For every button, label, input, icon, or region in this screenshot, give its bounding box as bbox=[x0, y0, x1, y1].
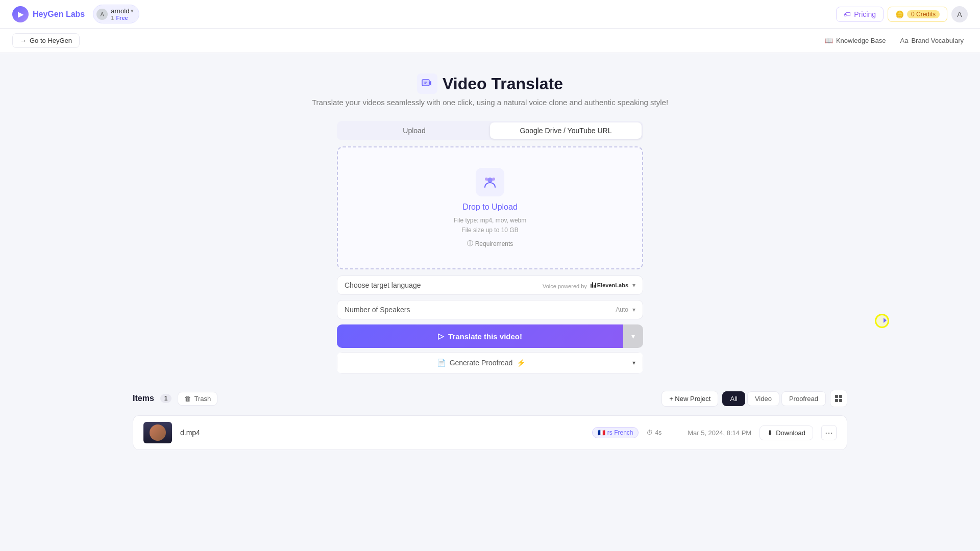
page-title-area: Video Translate Translate your videos se… bbox=[12, 73, 968, 107]
play-icon: ▷ bbox=[438, 332, 444, 341]
credits-button[interactable]: 🪙 0 Credits bbox=[888, 7, 947, 22]
main-content: Video Translate Translate your videos se… bbox=[0, 53, 980, 470]
proofread-btn-row: 📄 Generate Proofread ⚡ ▾ bbox=[337, 352, 643, 373]
grid-view-button[interactable] bbox=[830, 390, 847, 407]
proofread-chevron-button[interactable]: ▾ bbox=[625, 352, 643, 373]
arrow-right-icon: → bbox=[20, 37, 27, 44]
nav-right: 🏷 Pricing 🪙 0 Credits A bbox=[836, 6, 968, 22]
svg-rect-7 bbox=[835, 399, 838, 402]
clock-icon: ⏱ bbox=[647, 429, 653, 436]
free-badge: Free bbox=[116, 15, 128, 21]
user-avatar-btn[interactable]: A bbox=[951, 6, 968, 22]
secondary-nav: → Go to HeyGen 📖 Knowledge Base Aa Brand… bbox=[0, 29, 980, 53]
top-nav: ▶ HeyGen Labs A arnold ▾ 1 Free 🏷 bbox=[0, 0, 980, 29]
user-avatar: A bbox=[96, 9, 108, 20]
go-to-heygen-button[interactable]: → Go to HeyGen bbox=[12, 33, 80, 48]
page-title: Video Translate bbox=[12, 73, 968, 94]
svg-rect-0 bbox=[422, 80, 429, 86]
table-row: d.mp4 🇫🇷 rs French ⏱ 4s Mar 5, 2024, 8:1… bbox=[133, 416, 847, 449]
nav-left: ▶ HeyGen Labs A arnold ▾ 1 Free bbox=[12, 5, 139, 23]
filter-all-button[interactable]: All bbox=[722, 391, 745, 406]
user-badge[interactable]: A arnold ▾ 1 Free bbox=[93, 5, 139, 23]
items-section: Items 1 🗑 Trash + New Project All Video … bbox=[133, 390, 847, 450]
book-icon: 📖 bbox=[825, 37, 833, 44]
drop-title: Drop to Upload bbox=[348, 203, 632, 212]
brand-vocabulary-link[interactable]: Aa Brand Vocabulary bbox=[896, 35, 968, 46]
svg-rect-8 bbox=[839, 399, 842, 402]
proofread-button[interactable]: 📄 Generate Proofread ⚡ bbox=[337, 352, 625, 373]
doc-icon: 📄 bbox=[437, 359, 446, 367]
language-chevron-icon: ▾ bbox=[632, 282, 635, 289]
svg-rect-6 bbox=[839, 395, 842, 398]
type-icon: Aa bbox=[900, 37, 908, 44]
drop-zone[interactable]: Drop to Upload File type: mp4, mov, webm… bbox=[337, 146, 643, 269]
logo-icon: ▶ bbox=[12, 6, 29, 22]
svg-rect-5 bbox=[835, 395, 838, 398]
filter-proofread-button[interactable]: Proofread bbox=[781, 391, 826, 406]
items-count: 1 bbox=[160, 394, 172, 403]
svg-point-4 bbox=[485, 178, 488, 181]
file-list: d.mp4 🇫🇷 rs French ⏱ 4s Mar 5, 2024, 8:1… bbox=[133, 415, 847, 450]
tab-google-drive[interactable]: Google Drive / YouTube URL bbox=[490, 122, 642, 139]
items-left: Items 1 🗑 Trash bbox=[133, 392, 217, 406]
items-title: Items bbox=[133, 394, 154, 403]
language-flag: 🇫🇷 bbox=[598, 429, 605, 436]
knowledge-base-link[interactable]: 📖 Knowledge Base bbox=[821, 35, 890, 46]
info-icon: ⓘ bbox=[467, 239, 473, 248]
translate-chevron-button[interactable]: ▾ bbox=[623, 324, 643, 348]
upload-person-icon bbox=[476, 168, 504, 196]
items-right: + New Project All Video Proofread bbox=[662, 390, 847, 407]
language-selector[interactable]: Choose target language Voice powered by … bbox=[337, 276, 643, 295]
credits-icon: 🪙 bbox=[895, 10, 904, 18]
file-language-badge: 🇫🇷 rs French bbox=[592, 427, 639, 438]
translate-btn-row: ▷ Translate this video! ▾ bbox=[337, 324, 643, 348]
trash-button[interactable]: 🗑 Trash bbox=[178, 392, 217, 406]
logo-area: ▶ HeyGen Labs bbox=[12, 6, 85, 22]
language-label: Choose target language bbox=[345, 281, 421, 289]
file-duration: ⏱ 4s bbox=[647, 429, 662, 436]
file-thumbnail bbox=[143, 422, 172, 443]
speakers-label: Number of Speakers bbox=[345, 306, 410, 314]
user-name: arnold bbox=[111, 7, 129, 15]
tab-upload[interactable]: Upload bbox=[338, 122, 490, 139]
action-buttons: ▷ Translate this video! ▾ 📄 Generate Pro… bbox=[337, 324, 643, 373]
download-button[interactable]: ⬇ Download bbox=[760, 425, 813, 440]
voice-powered-label: Voice powered by ElevenLabs bbox=[543, 282, 628, 289]
file-name: d.mp4 bbox=[180, 429, 584, 437]
video-translate-icon bbox=[417, 73, 437, 94]
requirements-link[interactable]: ⓘ Requirements bbox=[467, 239, 513, 248]
download-icon: ⬇ bbox=[767, 429, 773, 437]
pricing-button[interactable]: 🏷 Pricing bbox=[836, 7, 884, 22]
secondary-nav-right: 📖 Knowledge Base Aa Brand Vocabulary bbox=[821, 35, 968, 46]
upload-tab-switcher: Upload Google Drive / YouTube URL bbox=[337, 121, 643, 140]
file-date: Mar 5, 2024, 8:14 PM bbox=[670, 429, 751, 437]
page-subtitle: Translate your videos seamlessly with on… bbox=[12, 98, 968, 107]
speakers-chevron-icon: ▾ bbox=[632, 306, 635, 313]
speakers-selector[interactable]: Number of Speakers Auto ▾ bbox=[337, 300, 643, 319]
filter-video-button[interactable]: Video bbox=[747, 391, 779, 406]
svg-point-2 bbox=[487, 178, 493, 183]
items-header: Items 1 🗑 Trash + New Project All Video … bbox=[133, 390, 847, 407]
lightning-icon: ⚡ bbox=[517, 359, 525, 367]
pricing-icon: 🏷 bbox=[844, 10, 851, 18]
svg-point-3 bbox=[492, 178, 495, 181]
drop-meta: File type: mp4, mov, webm File size up t… bbox=[348, 216, 632, 235]
upload-container: Upload Google Drive / YouTube URL Drop t… bbox=[337, 121, 643, 373]
translate-button[interactable]: ▷ Translate this video! bbox=[337, 324, 623, 348]
filter-tabs: All Video Proofread bbox=[722, 391, 826, 406]
credits-count: 0 Credits bbox=[907, 10, 940, 18]
logo-text: HeyGen Labs bbox=[33, 10, 85, 19]
more-options-button[interactable]: ⋯ bbox=[821, 425, 837, 440]
new-project-button[interactable]: + New Project bbox=[662, 391, 718, 407]
trash-icon: 🗑 bbox=[184, 395, 191, 403]
